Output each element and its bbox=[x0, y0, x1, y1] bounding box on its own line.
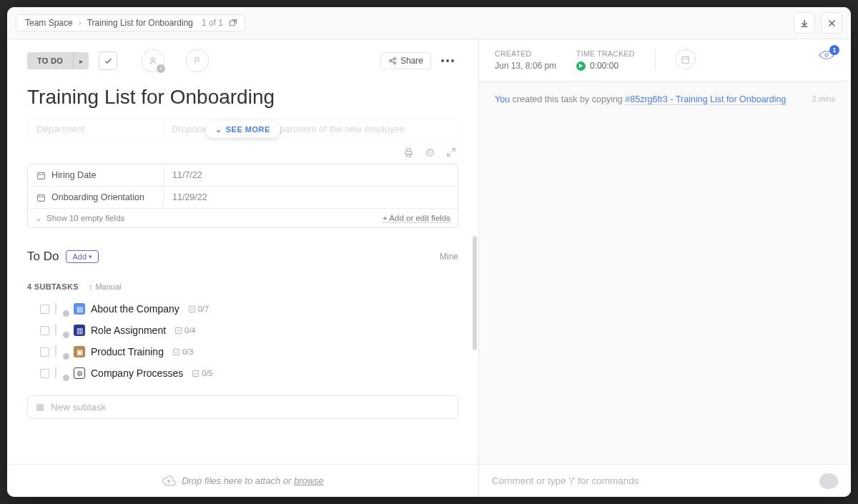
status-button[interactable]: TO DO bbox=[27, 52, 73, 69]
field-label: Onboarding Orientation bbox=[51, 192, 144, 202]
arrow-up-icon: ↑ bbox=[89, 282, 93, 291]
subtasks-count: 4 SUBTASKS bbox=[27, 282, 79, 291]
checkbox[interactable] bbox=[40, 347, 49, 357]
plus-icon: + bbox=[157, 64, 165, 73]
new-subtask-input[interactable]: New subtask bbox=[27, 395, 458, 419]
chevron-down-icon: ⌄ bbox=[215, 124, 222, 134]
close-button[interactable] bbox=[821, 12, 842, 34]
watchers-button[interactable]: 1 bbox=[818, 49, 835, 61]
gear-icon: ⚙ bbox=[74, 367, 85, 379]
checkbox[interactable] bbox=[40, 326, 49, 335]
meta-time-tracked[interactable]: TIME TRACKED 0:00:00 bbox=[576, 49, 635, 71]
play-icon[interactable] bbox=[576, 61, 586, 71]
subtasks-sort[interactable]: ↑ Manual bbox=[89, 282, 122, 291]
subtask-progress: 0/5 bbox=[192, 369, 212, 377]
share-button[interactable]: Share bbox=[380, 52, 431, 69]
activity-link[interactable]: #85zrg6fr3 - Training List for Onboardin… bbox=[625, 94, 786, 105]
attachment-dropzone[interactable]: Drop files here to attach or browse bbox=[7, 464, 478, 497]
separator bbox=[655, 49, 656, 71]
svg-point-3 bbox=[393, 58, 395, 60]
status-next-button[interactable]: ▸ bbox=[73, 52, 89, 69]
svg-rect-14 bbox=[682, 56, 689, 63]
svg-point-15 bbox=[825, 54, 828, 56]
breadcrumb[interactable]: Team Space › Training List for Onboardin… bbox=[16, 14, 245, 31]
assignee-add[interactable]: + bbox=[142, 49, 164, 72]
svg-rect-6 bbox=[406, 148, 410, 151]
subtask-title: Company Processes bbox=[91, 367, 183, 379]
activity-time: 2 mins bbox=[812, 94, 835, 103]
svg-point-4 bbox=[393, 62, 395, 64]
comment-input[interactable]: Comment or type '/' for commands bbox=[479, 464, 851, 497]
scrollbar[interactable] bbox=[473, 236, 477, 350]
expand-icon[interactable] bbox=[445, 147, 457, 158]
meta-created: CREATED Jun 13, 8:06 pm bbox=[495, 49, 556, 71]
breadcrumb-space: Team Space bbox=[25, 18, 73, 28]
subtask-row[interactable]: ▣ Product Training 0/3 bbox=[7, 341, 478, 362]
field-label: Hiring Date bbox=[51, 170, 97, 180]
subtask-progress: 0/4 bbox=[174, 326, 195, 335]
svg-rect-7 bbox=[406, 154, 410, 157]
assignee-icon[interactable] bbox=[55, 367, 68, 380]
due-date-add[interactable] bbox=[676, 49, 696, 69]
add-edit-fields[interactable]: + Add or edit fields bbox=[383, 214, 450, 223]
activity-entry: You created this task by copying #85zrg6… bbox=[495, 94, 835, 104]
checkbox[interactable] bbox=[40, 369, 49, 378]
watchers-count: 1 bbox=[829, 45, 839, 55]
custom-fields: Hiring Date 11/7/22 Onboarding Orientati… bbox=[27, 164, 458, 228]
subtask-title: Product Training bbox=[91, 346, 164, 357]
share-label: Share bbox=[400, 56, 423, 66]
browse-link[interactable]: browse bbox=[294, 475, 324, 486]
print-icon[interactable] bbox=[403, 147, 414, 158]
field-value[interactable]: 11/7/22 bbox=[164, 164, 458, 186]
task-modal: Team Space › Training List for Onboardin… bbox=[7, 7, 851, 497]
subtask-title: Role Assignment bbox=[91, 325, 166, 336]
list-icon: ▣ bbox=[74, 346, 85, 357]
popout-icon[interactable] bbox=[229, 19, 237, 27]
task-main-panel: TO DO ▸ + Share bbox=[7, 39, 479, 497]
show-empty-fields[interactable]: Show 10 empty fields bbox=[46, 214, 124, 222]
chevron-right-icon: › bbox=[79, 18, 82, 28]
cloud-upload-icon bbox=[162, 475, 176, 487]
status-control[interactable]: TO DO ▸ bbox=[27, 52, 89, 69]
activity-actor[interactable]: You bbox=[495, 94, 510, 104]
chevron-down-icon: ▾ bbox=[89, 253, 92, 260]
activity-feed: You created this task by copying #85zrg6… bbox=[479, 81, 851, 464]
more-menu-button[interactable] bbox=[437, 55, 458, 66]
subtask-progress: 0/7 bbox=[188, 305, 209, 313]
section-title: To Do bbox=[27, 249, 59, 264]
assignee-icon[interactable] bbox=[55, 324, 68, 337]
subtask-row[interactable]: ▤ About the Company 0/7 bbox=[7, 298, 478, 320]
list-icon: ▤ bbox=[74, 303, 85, 315]
svg-rect-8 bbox=[38, 172, 45, 179]
subtask-title: About the Company bbox=[91, 303, 179, 315]
assignee-icon[interactable] bbox=[55, 345, 68, 358]
field-row[interactable]: Hiring Date 11/7/22 bbox=[28, 164, 458, 186]
assignee-icon[interactable] bbox=[55, 302, 68, 315]
square-icon bbox=[36, 404, 44, 411]
complete-button[interactable] bbox=[99, 51, 117, 70]
svg-point-2 bbox=[389, 60, 391, 62]
chevron-down-icon[interactable]: ⌄ bbox=[35, 213, 42, 223]
minimize-button[interactable] bbox=[794, 12, 815, 34]
comment-icon[interactable] bbox=[819, 473, 838, 489]
time-value: 0:00:00 bbox=[590, 61, 618, 71]
field-value[interactable]: 11/29/22 bbox=[164, 187, 458, 208]
breadcrumb-item: Training List for Onboarding bbox=[87, 18, 193, 28]
task-side-panel: CREATED Jun 13, 8:06 pm TIME TRACKED 0:0… bbox=[479, 39, 851, 497]
subtask-row[interactable]: ▥ Role Assignment 0/4 bbox=[7, 320, 478, 341]
task-title[interactable]: Training List for Onboarding bbox=[7, 86, 478, 119]
svg-rect-9 bbox=[38, 194, 45, 201]
calendar-icon bbox=[36, 193, 46, 202]
filter-mine[interactable]: Mine bbox=[440, 252, 458, 262]
add-subtask-button[interactable]: Add ▾ bbox=[66, 250, 99, 263]
checkbox[interactable] bbox=[40, 305, 49, 314]
breadcrumb-count: 1 of 1 bbox=[202, 18, 223, 28]
field-row[interactable]: Onboarding Orientation 11/29/22 bbox=[28, 186, 458, 208]
list-icon: ▥ bbox=[74, 325, 85, 336]
priority-add[interactable] bbox=[186, 49, 209, 72]
see-more-button[interactable]: ⌄ SEE MORE bbox=[205, 121, 280, 137]
history-icon[interactable] bbox=[424, 147, 435, 158]
subtask-progress: 0/3 bbox=[172, 347, 193, 356]
svg-point-1 bbox=[152, 58, 154, 61]
subtask-row[interactable]: ⚙ Company Processes 0/5 bbox=[7, 362, 478, 384]
